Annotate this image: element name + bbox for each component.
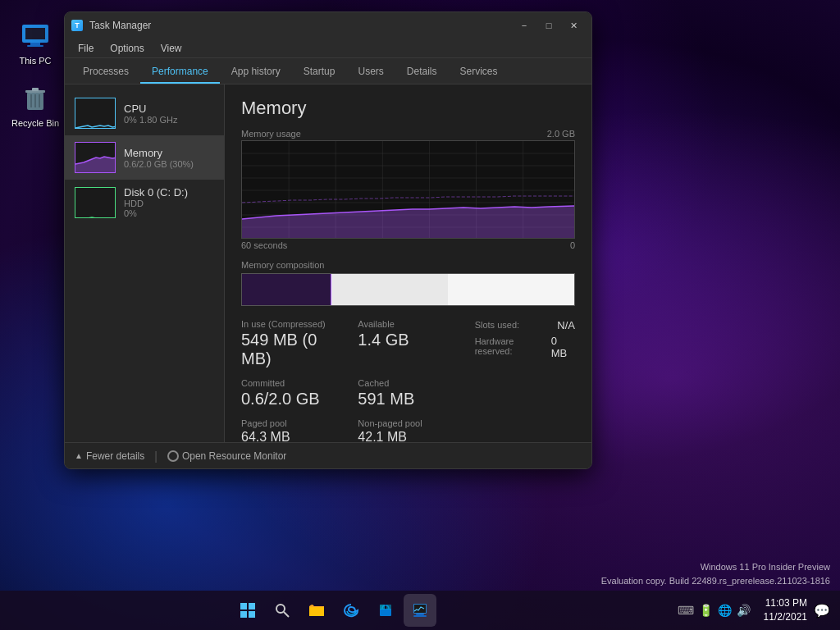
stat-non-paged-value: 42.1 MB <box>358 430 458 442</box>
disk-graph-thumbnail <box>75 187 116 218</box>
stat-hw-label: Hardware reserved: <box>475 336 551 356</box>
menu-view[interactable]: View <box>154 41 189 56</box>
bottom-bar: ▲ Fewer details | Open Resource Monitor <box>65 442 591 468</box>
svg-rect-33 <box>380 605 385 609</box>
store-button[interactable] <box>369 594 402 627</box>
tab-services[interactable]: Services <box>449 61 509 84</box>
comp-available <box>331 274 448 305</box>
task-manager-taskbar-button[interactable] <box>404 594 436 627</box>
stat-spacer <box>475 378 575 409</box>
memory-chart-area <box>241 140 575 239</box>
clock-time: 11:03 PM <box>764 596 807 610</box>
slots-row: Slots used: N/A <box>475 319 575 331</box>
sidebar-item-disk[interactable]: Disk 0 (C: D:) HDD 0% <box>65 180 224 225</box>
network-icon: 🌐 <box>718 604 732 617</box>
svg-rect-37 <box>416 614 424 615</box>
svg-rect-1 <box>25 28 45 39</box>
menu-bar: File Options View <box>65 39 591 58</box>
tab-startup[interactable]: Startup <box>292 61 347 84</box>
desktop-icon-this-pc[interactable]: This PC <box>7 16 64 69</box>
minimize-button[interactable]: − <box>513 17 536 34</box>
volume-icon: 🔊 <box>737 604 751 617</box>
svg-rect-25 <box>240 603 247 609</box>
memory-subtitle: 0.6/2.0 GB (30%) <box>124 159 214 169</box>
menu-options[interactable]: Options <box>103 41 150 56</box>
start-button[interactable] <box>231 594 264 627</box>
memory-chart-container: Memory usage 2.0 GB <box>241 129 575 250</box>
notification-icon[interactable]: 💬 <box>814 603 830 619</box>
stat-slots-hw: Slots used: N/A Hardware reserved: 0 MB <box>475 319 575 368</box>
stat-committed-label: Committed <box>241 378 341 388</box>
open-resource-monitor-button[interactable]: Open Resource Monitor <box>167 450 286 462</box>
comp-in-use <box>242 274 331 305</box>
svg-rect-6 <box>32 88 39 91</box>
task-manager-icon: T <box>71 20 83 31</box>
stat-committed-value: 0.6/2.0 GB <box>241 390 341 409</box>
chevron-up-icon: ▲ <box>75 451 83 460</box>
taskbar-clock[interactable]: 11:03 PM 11/2/2021 <box>764 596 807 624</box>
title-bar-left: T Task Manager <box>71 20 151 31</box>
stat-cached-value: 591 MB <box>358 390 458 409</box>
title-bar: T Task Manager − □ ✕ <box>65 12 591 39</box>
stat-available: Available 1.4 GB <box>358 319 458 368</box>
stat-committed: Committed 0.6/2.0 GB <box>241 378 341 409</box>
chart-max-label: 2.0 GB <box>547 129 575 139</box>
taskbar-left <box>0 594 668 627</box>
svg-rect-27 <box>240 611 247 618</box>
fewer-details-button[interactable]: ▲ Fewer details <box>75 450 144 462</box>
watermark-line2: Evaluation copy. Build 22489.rs_prerelea… <box>601 574 830 588</box>
stat-slots-value: N/A <box>557 319 575 331</box>
menu-file[interactable]: File <box>71 41 100 56</box>
desktop-icon-recycle-bin[interactable]: Recycle Bin <box>7 79 64 131</box>
open-resource-monitor-label: Open Resource Monitor <box>182 450 286 462</box>
restore-button[interactable]: □ <box>537 17 560 34</box>
edge-button[interactable] <box>335 594 368 627</box>
disk-item-info: Disk 0 (C: D:) HDD 0% <box>124 186 214 218</box>
sidebar-item-cpu[interactable]: CPU 0% 1.80 GHz <box>65 91 224 135</box>
fewer-details-label: Fewer details <box>86 450 144 462</box>
stat-in-use-label: In use (Compressed) <box>241 319 341 329</box>
search-button[interactable] <box>266 594 299 627</box>
tab-app-history[interactable]: App history <box>220 61 292 84</box>
content-area: CPU 0% 1.80 GHz Memory 0.6/2.0 GB (30%) <box>65 84 591 442</box>
composition-section: Memory composition <box>241 260 575 306</box>
svg-line-30 <box>284 612 289 617</box>
main-panel: Memory Memory usage 2.0 GB <box>225 84 591 442</box>
stat-non-paged: Non-paged pool 42.1 MB <box>358 418 458 442</box>
comp-standby <box>448 274 574 305</box>
svg-rect-31 <box>309 607 324 616</box>
window-controls: − □ ✕ <box>513 17 585 34</box>
stat-available-value: 1.4 GB <box>358 331 458 349</box>
stat-non-paged-label: Non-paged pool <box>358 418 458 428</box>
cpu-item-info: CPU 0% 1.80 GHz <box>124 103 214 125</box>
memory-title: Memory <box>124 147 214 159</box>
svg-rect-26 <box>249 603 255 609</box>
file-explorer-button[interactable] <box>300 594 333 627</box>
sidebar-item-memory[interactable]: Memory 0.6/2.0 GB (30%) <box>65 135 224 180</box>
tab-details[interactable]: Details <box>395 61 449 84</box>
watermark-line1: Windows 11 Pro Insider Preview <box>601 560 830 574</box>
stat-paged-value: 64.3 MB <box>241 430 341 442</box>
tab-users[interactable]: Users <box>346 61 395 84</box>
disk-subtitle: HDD <box>124 199 214 208</box>
svg-rect-3 <box>27 45 43 47</box>
taskbar-center <box>231 594 436 627</box>
tab-performance[interactable]: Performance <box>140 61 220 84</box>
tab-processes[interactable]: Processes <box>71 61 140 84</box>
svg-marker-24 <box>242 206 574 239</box>
section-title: Memory <box>241 98 575 119</box>
chart-label: Memory usage <box>241 129 301 139</box>
disk-title: Disk 0 (C: D:) <box>124 186 214 199</box>
keyboard-icon: ⌨ <box>678 604 694 617</box>
this-pc-label: This PC <box>19 56 51 66</box>
stat-cached: Cached 591 MB <box>358 378 458 409</box>
stat-slots-label: Slots used: <box>475 320 519 330</box>
chart-time-label: 60 seconds <box>241 240 287 250</box>
stat-paged-label: Paged pool <box>241 418 341 428</box>
resource-monitor-icon <box>167 450 179 462</box>
recycle-bin-label: Recycle Bin <box>11 118 59 128</box>
bottom-separator: | <box>154 450 158 463</box>
close-button[interactable]: ✕ <box>562 17 585 34</box>
cpu-title: CPU <box>124 103 214 115</box>
clock-date: 11/2/2021 <box>764 610 807 624</box>
